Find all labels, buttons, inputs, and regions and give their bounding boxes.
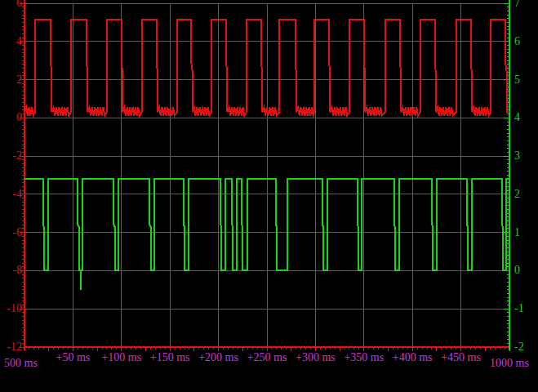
scope-plot: [0, 0, 538, 392]
right-axis-tick-label: 0: [514, 264, 538, 277]
left-axis-tick-label: -4: [0, 188, 22, 201]
left-axis-tick-label: 2: [0, 74, 22, 87]
x-axis-start-label: 500 ms: [4, 358, 38, 368]
left-axis-tick-label: -6: [0, 226, 22, 239]
left-axis-tick-label: -2: [0, 149, 22, 163]
left-axis-tick-label: -8: [0, 264, 22, 277]
right-axis-tick-label: 4: [514, 111, 538, 124]
x-axis-end-label: 1000 ms: [490, 358, 529, 368]
right-axis-tick-label: -2: [514, 341, 538, 354]
left-axis-tick-label: -12: [0, 341, 22, 354]
right-axis-tick-label: -1: [514, 302, 538, 315]
right-axis-tick-label: 2: [514, 188, 538, 201]
right-axis-tick-label: 1: [514, 226, 538, 239]
gridlines: [24, 3, 509, 347]
left-axis-tick-label: 4: [0, 35, 22, 48]
left-axis-tick-label: -10: [0, 302, 22, 315]
x-axis-tick-label: +450 ms: [433, 351, 490, 364]
left-axis-tick-label: 0: [0, 111, 22, 124]
right-axis-tick-label: 6: [514, 35, 538, 48]
left-axis-tick-label: 6: [0, 0, 22, 10]
axis-ticks: [20, 3, 509, 351]
right-axis-tick-label: 3: [514, 149, 538, 163]
right-axis-tick-label: 5: [514, 74, 538, 87]
right-axis-tick-label: 7: [514, 0, 538, 10]
oscilloscope-screen: 6420-2-4-6-8-10-1276543210-1-2+50 ms+100…: [0, 0, 538, 392]
